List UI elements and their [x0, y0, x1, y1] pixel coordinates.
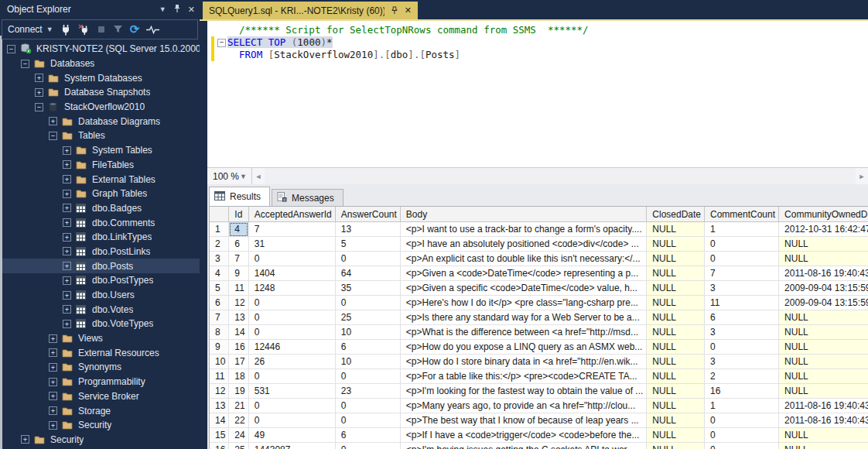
- grid-cell[interactable]: 6: [335, 428, 400, 443]
- expand-toggle[interactable]: +: [63, 233, 71, 242]
- refresh-icon[interactable]: ⟳: [130, 24, 140, 35]
- grid-cell[interactable]: 0: [705, 340, 779, 355]
- grid-cell[interactable]: 2: [705, 369, 779, 384]
- tree-item-security[interactable]: +Security: [2, 433, 200, 447]
- grid-cell[interactable]: 24: [229, 428, 248, 443]
- tree-item-dbo-comments[interactable]: +dbo.Comments: [2, 215, 200, 230]
- grid-cell[interactable]: NULL: [647, 399, 705, 413]
- grid-cell[interactable]: 0: [705, 237, 779, 252]
- grid-cell[interactable]: NULL: [779, 310, 868, 325]
- grid-cell[interactable]: NULL: [647, 369, 705, 384]
- grid-cell[interactable]: NULL: [647, 281, 705, 296]
- grid-cell[interactable]: 2011-08-16 19:40:43.080: [779, 399, 868, 413]
- row-number[interactable]: 7: [210, 310, 229, 325]
- grid-cell[interactable]: 22: [229, 413, 248, 428]
- tab-close-icon[interactable]: ✕: [405, 5, 412, 15]
- grid-cell[interactable]: <p>An explicit cast to double like this …: [400, 252, 646, 266]
- tree-item-databases[interactable]: −Databases: [2, 57, 200, 71]
- grid-cell[interactable]: NULL: [647, 384, 705, 399]
- tree-item-tables[interactable]: −Tables: [2, 129, 200, 143]
- grid-cell[interactable]: 0: [248, 252, 335, 266]
- grid-cell[interactable]: 0: [705, 413, 779, 428]
- grid-cell[interactable]: 5: [335, 237, 400, 252]
- row-number[interactable]: 4: [210, 266, 229, 281]
- grid-cell[interactable]: 6: [335, 340, 400, 355]
- expand-toggle[interactable]: +: [35, 74, 43, 82]
- expand-toggle[interactable]: −: [35, 103, 43, 111]
- tree-item-security[interactable]: +Security: [2, 418, 200, 433]
- row-number[interactable]: 13: [210, 399, 229, 413]
- grid-cell[interactable]: NULL: [779, 355, 868, 369]
- grid-cell[interactable]: 0: [248, 399, 335, 413]
- tree-item-service-broker[interactable]: +Service Broker: [2, 389, 200, 404]
- grid-cell[interactable]: 0: [248, 296, 335, 310]
- grid-cell[interactable]: NULL: [647, 296, 705, 310]
- grid-cell[interactable]: 16: [705, 384, 779, 399]
- grid-cell[interactable]: 2012-10-31 16:42:47.213: [779, 222, 868, 237]
- grid-cell[interactable]: <p>Here's how I do it</p> <pre class="la…: [400, 296, 646, 310]
- grid-cell[interactable]: 1: [705, 222, 779, 237]
- grid-cell[interactable]: 12446: [248, 340, 335, 355]
- code-line[interactable]: /****** Script for SelectTopNRows comman…: [227, 24, 868, 36]
- expand-toggle[interactable]: +: [63, 291, 71, 300]
- grid-cell[interactable]: NULL: [779, 384, 868, 399]
- tab-messages[interactable]: Messages: [272, 189, 343, 206]
- tree-item-dbo-posttypes[interactable]: +dbo.PostTypes: [2, 273, 200, 288]
- grid-cell[interactable]: NULL: [647, 222, 705, 237]
- pin-icon[interactable]: [173, 4, 181, 15]
- grid-cell[interactable]: 4: [229, 222, 248, 237]
- expand-toggle[interactable]: +: [63, 175, 71, 183]
- expand-toggle[interactable]: −: [7, 45, 15, 53]
- grid-cell[interactable]: 2009-09-04 13:15:59.820: [779, 296, 868, 310]
- row-number[interactable]: 12: [210, 384, 229, 399]
- grid-cell[interactable]: 3: [705, 281, 779, 296]
- row-number[interactable]: 16: [210, 443, 229, 449]
- tree-item-synonyms[interactable]: +Synonyms: [2, 360, 200, 375]
- grid-cell[interactable]: 25: [229, 443, 248, 449]
- grid-cell[interactable]: <p>I'm looking for the fastest way to ob…: [400, 384, 646, 399]
- grid-cell[interactable]: 7: [705, 266, 779, 281]
- expand-toggle[interactable]: +: [49, 363, 57, 372]
- grid-cell[interactable]: 0: [335, 252, 400, 266]
- row-number[interactable]: 1: [210, 222, 229, 237]
- grid-cell[interactable]: 3: [705, 325, 779, 340]
- grid-cell[interactable]: 14: [229, 325, 248, 340]
- expand-toggle[interactable]: +: [49, 392, 57, 400]
- tree-item-external-tables[interactable]: +External Tables: [2, 172, 200, 187]
- grid-cell[interactable]: 0: [335, 413, 400, 428]
- tree-item-dbo-badges[interactable]: +dbo.Badges: [2, 201, 200, 216]
- row-number[interactable]: 6: [210, 296, 229, 310]
- grid-cell[interactable]: NULL: [647, 355, 705, 369]
- grid-cell[interactable]: 0: [705, 428, 779, 443]
- expand-toggle[interactable]: +: [63, 276, 71, 285]
- grid-cell[interactable]: NULL: [647, 237, 705, 252]
- tree-item-database-snapshots[interactable]: +Database Snapshots: [2, 85, 200, 100]
- grid-cell[interactable]: 49: [248, 428, 335, 443]
- expand-toggle[interactable]: +: [63, 262, 71, 270]
- editor-zoom-dropdown[interactable]: 100 % ▼: [207, 168, 252, 184]
- tab-pin-icon[interactable]: [391, 6, 398, 15]
- grid-cell[interactable]: 13: [229, 310, 248, 325]
- grid-cell[interactable]: <p>The best way that I know of because o…: [400, 413, 646, 428]
- grid-cell[interactable]: 23: [335, 384, 400, 399]
- row-number[interactable]: 8: [210, 325, 229, 340]
- grid-cell[interactable]: 25: [335, 310, 400, 325]
- row-number[interactable]: 3: [210, 252, 229, 266]
- grid-cell[interactable]: <p>Given a specific <code>DateTime</code…: [400, 281, 646, 296]
- tree-item-programmability[interactable]: +Programmability: [2, 375, 200, 389]
- grid-cell[interactable]: <p>How do I store binary data in <a href…: [400, 355, 646, 369]
- expand-toggle[interactable]: +: [49, 334, 57, 343]
- grid-cell[interactable]: <p>How do you expose a LINQ query as an …: [400, 340, 646, 355]
- grid-cell[interactable]: <p>What is the difference between <a hre…: [400, 325, 646, 340]
- grid-cell[interactable]: <p>I have an absolutely positioned <code…: [400, 237, 646, 252]
- grid-cell[interactable]: 6: [229, 237, 248, 252]
- tree-item-views[interactable]: +Views: [2, 331, 200, 346]
- grid-cell[interactable]: 7: [229, 252, 248, 266]
- expand-toggle[interactable]: +: [49, 406, 57, 415]
- grid-cell[interactable]: NULL: [779, 340, 868, 355]
- tree-item-graph-tables[interactable]: +Graph Tables: [2, 187, 200, 201]
- row-number[interactable]: 11: [210, 369, 229, 384]
- expand-toggle[interactable]: +: [49, 421, 57, 430]
- tree-item-system-databases[interactable]: +System Databases: [2, 70, 200, 85]
- expand-toggle[interactable]: +: [49, 117, 57, 125]
